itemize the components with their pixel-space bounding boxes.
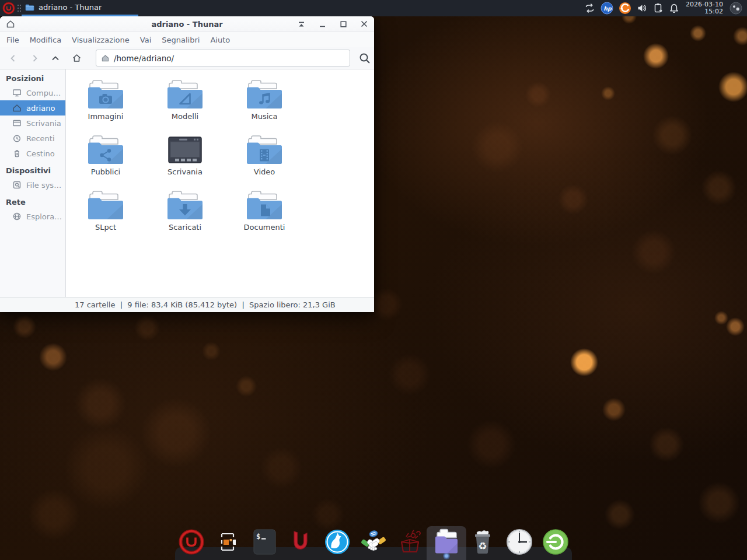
- trash-icon: [12, 149, 22, 158]
- taskbar-item-label: adriano - Thunar: [39, 3, 102, 12]
- sidebar-item-label: Scrivania: [26, 119, 61, 128]
- dock-frame-editor[interactable]: [214, 528, 242, 556]
- file-immagini[interactable]: Immagini: [66, 79, 145, 135]
- panel-time: 15:02: [686, 8, 723, 16]
- file-label: SLpct: [95, 223, 116, 232]
- file-pubblici[interactable]: Pubblici: [66, 135, 145, 190]
- folder-share-icon: [87, 135, 124, 165]
- close-button[interactable]: [360, 20, 368, 28]
- sidebar-item-scrivania[interactable]: Scrivania: [0, 116, 65, 131]
- taskbar-item-thunar[interactable]: adriano - Thunar: [22, 0, 138, 16]
- panel-clock[interactable]: 2026-03-10 15:02: [685, 1, 724, 16]
- home-icon: [12, 103, 22, 113]
- clipboard-icon[interactable]: [653, 3, 664, 13]
- hp-device-icon[interactable]: hp: [601, 2, 613, 15]
- user-avatar[interactable]: [729, 2, 742, 15]
- toolbar: /home/adriano/: [0, 47, 374, 69]
- file-documenti[interactable]: Documenti: [225, 190, 304, 246]
- menu-visualizzazione[interactable]: Visualizzazione: [67, 36, 135, 44]
- dock-browser[interactable]: [323, 528, 351, 556]
- file-scrivania[interactable]: Scrivania: [145, 135, 225, 190]
- back-button[interactable]: [5, 51, 22, 66]
- svg-text:♻: ♻: [479, 540, 487, 552]
- panel-grip-icon[interactable]: [16, 0, 22, 16]
- computer-icon: [12, 88, 22, 97]
- dock-handshake[interactable]: [359, 528, 388, 556]
- sidebar-section-dispositivi: Dispositivi: [0, 163, 65, 177]
- sidebar-item-recenti[interactable]: Recenti: [0, 131, 65, 146]
- dock-file-manager[interactable]: [432, 528, 460, 556]
- svg-text:hp: hp: [603, 5, 612, 12]
- folder-camera-icon: [87, 79, 124, 110]
- sidebar-section-rete: Rete: [0, 195, 65, 209]
- sidebar: Posizioni Compu… adriano Scrivania: [0, 69, 66, 297]
- folder-icon: [25, 3, 34, 12]
- volume-icon[interactable]: [637, 3, 648, 13]
- folder-music-icon: [246, 79, 283, 110]
- dock-distro-logo[interactable]: [177, 528, 205, 556]
- file-video[interactable]: Video: [225, 135, 304, 190]
- search-button[interactable]: [356, 50, 374, 67]
- minimize-button[interactable]: [318, 20, 326, 28]
- sidebar-item-label: Recenti: [26, 134, 55, 143]
- maximize-button[interactable]: [339, 20, 347, 28]
- statusbar: 17 cartelle | 9 file: 83,4 KiB (85.412 b…: [0, 297, 374, 312]
- file-label: Documenti: [244, 223, 285, 232]
- desktop-icon: [12, 118, 22, 128]
- file-label: Video: [254, 167, 275, 176]
- sidebar-item-computer[interactable]: Compu…: [0, 85, 65, 100]
- menu-file[interactable]: File: [1, 36, 25, 44]
- sidebar-item-label: Compu…: [26, 89, 61, 97]
- folder-download-icon: [166, 190, 204, 220]
- path-field[interactable]: /home/adriano/: [96, 50, 350, 66]
- file-scaricati[interactable]: Scaricati: [145, 190, 225, 246]
- file-musica[interactable]: Musica: [225, 79, 304, 135]
- dock-terminal[interactable]: $: [250, 528, 278, 556]
- dock: $: [175, 528, 572, 556]
- menu-vai[interactable]: Vai: [135, 36, 156, 44]
- folder-template-icon: [166, 79, 204, 110]
- folder-icon: [87, 190, 124, 220]
- sidebar-item-label: File sys…: [26, 181, 61, 190]
- file-label: Immagini: [88, 112, 124, 121]
- file-label: Scaricati: [169, 223, 201, 232]
- dock-clock[interactable]: [505, 528, 533, 556]
- path-text: /home/adriano/: [114, 54, 174, 63]
- top-panel: adriano - Thunar hp: [0, 0, 747, 16]
- home-button[interactable]: [68, 51, 85, 66]
- recent-icon: [12, 134, 22, 143]
- file-modelli[interactable]: Modelli: [145, 79, 225, 135]
- file-label: Modelli: [172, 112, 198, 121]
- path-home-icon: [101, 54, 110, 62]
- sidebar-item-filesystem[interactable]: File sys…: [0, 177, 65, 192]
- distro-menu-button[interactable]: [2, 1, 16, 15]
- sidebar-item-label: Cestino: [26, 149, 55, 158]
- network-sync-icon[interactable]: [584, 3, 595, 13]
- sidebar-item-cestino[interactable]: Cestino: [0, 146, 65, 161]
- menu-segnalibri[interactable]: Segnalibri: [156, 36, 205, 44]
- menu-aiuto[interactable]: Aiuto: [205, 36, 235, 44]
- up-button[interactable]: [47, 51, 64, 66]
- window-titlebar[interactable]: adriano - Thunar: [0, 16, 374, 32]
- forward-button[interactable]: [26, 51, 43, 66]
- sidebar-item-esplora[interactable]: Esplora…: [0, 209, 65, 224]
- update-notifier-icon[interactable]: [619, 2, 631, 15]
- folder-documents-icon: [246, 190, 283, 220]
- svg-text:$: $: [256, 533, 260, 541]
- folder-video-icon: [246, 135, 283, 165]
- notifications-bell-icon[interactable]: [669, 3, 679, 13]
- dock-uget[interactable]: [287, 528, 315, 556]
- menu-modifica[interactable]: Modifica: [25, 36, 67, 44]
- dock-logout[interactable]: [542, 528, 570, 556]
- dock-toolbox[interactable]: [396, 528, 424, 556]
- file-view[interactable]: Immagini Modelli: [66, 69, 374, 297]
- file-slpct[interactable]: SLpct: [66, 190, 145, 246]
- dock-trash[interactable]: ♻: [469, 528, 497, 556]
- thunar-window: adriano - Thunar File Modifica Visualizz…: [0, 16, 374, 312]
- desktop-screen-icon: [166, 135, 204, 165]
- file-label: Scrivania: [167, 167, 203, 176]
- statusbar-text: 17 cartelle | 9 file: 83,4 KiB (85.412 b…: [75, 300, 336, 309]
- file-label: Pubblici: [91, 167, 120, 176]
- sidebar-item-adriano[interactable]: adriano: [0, 100, 65, 116]
- shade-button[interactable]: [297, 20, 305, 28]
